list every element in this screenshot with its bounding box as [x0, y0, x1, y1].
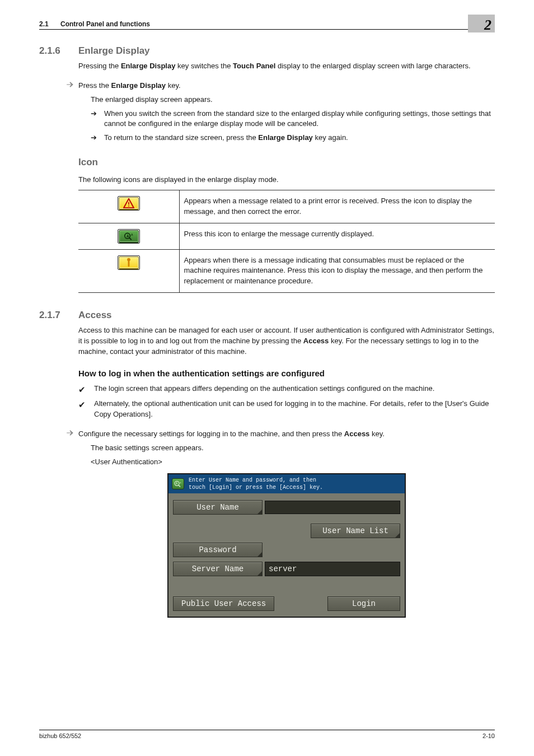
footer-model: bizhub 652/552 [39, 732, 81, 739]
server-name-button[interactable]: Server Name [173, 562, 263, 576]
svg-text:A: A [127, 234, 129, 237]
step-press-enlarge-display: Press the Enlarge Display key. [78, 81, 495, 91]
table-row: Appears when a message related to a prin… [78, 190, 495, 223]
svg-rect-0 [128, 202, 129, 204]
page-header: 2.1 Control Panel and functions [39, 20, 495, 30]
svg-rect-6 [128, 260, 129, 267]
note-login-screen-differs: The login screen that appears differs de… [94, 384, 434, 394]
arrow-right-icon [66, 429, 78, 438]
page-footer: bizhub 652/552 2-10 [39, 730, 495, 739]
server-name-field[interactable]: server [265, 562, 400, 576]
arrow-right-small-icon: ➔ [91, 109, 104, 119]
icon-desc-magnify: Press this icon to enlarge the message c… [179, 223, 495, 249]
icon-desc-warning: Appears when a message related to a prin… [179, 190, 495, 223]
step-result-basic-settings: The basic settings screen appears. [91, 443, 495, 454]
user-name-button[interactable]: User Name [173, 500, 263, 515]
heading-number-217: 2.1.7 [39, 310, 78, 321]
heading-icon: Icon [78, 157, 495, 168]
note-return-standard: To return to the standard size screen, p… [104, 133, 348, 143]
svg-rect-1 [128, 206, 129, 207]
para-216-intro: Pressing the Enlarge Display key switche… [78, 61, 495, 72]
para-icon-intro: The following icons are displayed in the… [78, 175, 495, 185]
arrow-right-small-icon: ➔ [91, 133, 104, 143]
heading-number-216: 2.1.6 [39, 45, 78, 57]
table-row: AA Press this icon to enlarge the messag… [78, 223, 495, 249]
checkmark-icon: ✔ [78, 384, 94, 396]
para-access-intro: Access to this machine can be managed fo… [78, 325, 495, 357]
warning-icon [118, 196, 140, 211]
footer-page-number: 2-10 [483, 732, 495, 739]
checkmark-icon: ✔ [78, 399, 94, 411]
public-user-access-button[interactable]: Public User Access [173, 596, 274, 611]
heading-howto-login: How to log in when the authentication se… [78, 368, 495, 378]
user-name-field[interactable] [265, 501, 400, 514]
table-row: Appears when there is a message indicati… [78, 249, 495, 293]
heading-title-access: Access [78, 310, 112, 321]
user-name-list-button[interactable]: User Name List [311, 524, 400, 538]
step-press-access: Configure the necessary settings for log… [78, 429, 495, 440]
caption-user-auth: <User Authentication> [91, 457, 495, 468]
heading-title-enlarge-display: Enlarge Display [78, 45, 150, 57]
chapter-number-badge: 2 [468, 15, 495, 32]
magnify-icon[interactable]: AA [172, 478, 184, 489]
maintenance-icon [118, 255, 140, 270]
arrow-right-icon [66, 81, 78, 90]
note-auth-unit: Alternately, the optional authentication… [94, 399, 495, 420]
section-number: 2.1 [39, 20, 49, 28]
svg-text:A: A [131, 234, 133, 236]
note-cancel-settings: When you switch the screen from the stan… [104, 109, 495, 130]
screenshot-instruction-text: Enter User Name and password, and then t… [189, 477, 323, 491]
svg-text:A: A [180, 482, 181, 484]
password-button[interactable]: Password [173, 543, 263, 557]
step-result-enlarged-screen: The enlarged display screen appears. [91, 95, 495, 105]
magnify-icon: AA [118, 229, 140, 244]
section-title: Control Panel and functions [60, 20, 150, 28]
icon-table: Appears when a message related to a prin… [78, 190, 495, 293]
icon-desc-maintenance: Appears when there is a message indicati… [179, 249, 495, 293]
login-button[interactable]: Login [327, 596, 400, 611]
screenshot-user-authentication: AA Enter User Name and password, and the… [167, 473, 406, 618]
